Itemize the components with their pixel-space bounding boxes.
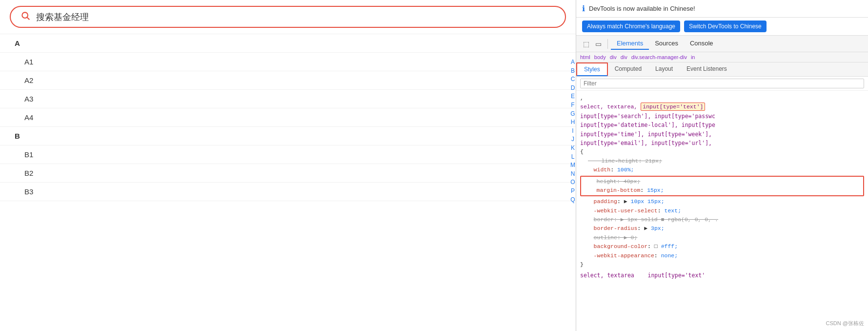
toolbar-separator xyxy=(607,39,608,49)
breadcrumb-body[interactable]: body xyxy=(594,54,606,60)
search-bar-container xyxy=(0,0,576,34)
devtools-breadcrumb: html body div div div.search-manager-div… xyxy=(576,52,868,62)
letter-A[interactable]: A xyxy=(571,59,575,66)
info-icon: ℹ xyxy=(582,4,585,13)
css-selector-2: input[type='search'], input[type='passwc xyxy=(580,112,864,121)
letter-K[interactable]: K xyxy=(571,145,575,152)
letter-N[interactable]: N xyxy=(571,170,575,178)
tab-layout[interactable]: Layout xyxy=(648,63,680,76)
css-selector-highlight: input[type='text'] xyxy=(641,103,705,111)
css-rule-webkit-appearance: -webkit-appearance: none; xyxy=(580,251,864,260)
letter-J[interactable]: J xyxy=(571,136,574,144)
css-selector-3: input[type='datetime-local'], input[type xyxy=(580,121,864,129)
css-rule-border-radius: border-radius: ▶ 3px; xyxy=(580,224,864,233)
tab-event-listeners[interactable]: Event Listeners xyxy=(680,63,734,76)
css-rule-user-select: -webkit-user-select: text; xyxy=(580,207,864,215)
devtools-actions: Always match Chrome's language Switch De… xyxy=(576,18,868,36)
css-rule-height: height: 40px; xyxy=(583,177,861,186)
watermark: CSDN @张栋佐 xyxy=(826,320,864,327)
letter-L[interactable]: L xyxy=(571,153,575,161)
language-button[interactable]: Always match Chrome's language xyxy=(582,21,680,32)
letter-D[interactable]: D xyxy=(571,84,575,92)
banner-text: DevTools is now available in Chinese! xyxy=(589,5,695,12)
styles-filter-row xyxy=(576,77,868,91)
letter-H[interactable]: H xyxy=(571,119,575,126)
styles-content: , select, textarea, input[type='text'] i… xyxy=(576,91,868,331)
letter-O[interactable]: O xyxy=(570,179,575,186)
list-section: A A1 A2 A3 A4 B B1 B2 B3 xyxy=(0,34,576,201)
left-panel: A A1 A2 A3 A4 B B1 B2 B3 xyxy=(0,0,576,331)
css-line-comma: , xyxy=(580,94,864,103)
devtools-banner: ℹ DevTools is now available in Chinese! xyxy=(576,0,868,18)
css-rule-line-height: line-height: 21px; xyxy=(580,157,864,166)
section-B2: B2 xyxy=(0,164,576,183)
tab-sources[interactable]: Sources xyxy=(649,38,684,50)
section-B3: B3 xyxy=(0,183,576,201)
section-A1: A1 xyxy=(0,53,576,71)
highlight-box-1: height: 40px; margin-bottom: 15px; xyxy=(580,176,864,197)
device-icon[interactable]: ▭ xyxy=(592,38,605,50)
letter-B[interactable]: B xyxy=(571,67,575,75)
letter-I[interactable]: I xyxy=(572,127,573,135)
letter-M[interactable]: M xyxy=(570,162,575,169)
breadcrumb-html[interactable]: html xyxy=(580,54,590,60)
breadcrumb-div2[interactable]: div xyxy=(621,54,627,60)
css-rule-margin-bottom: margin-bottom: 15px; xyxy=(583,186,861,195)
letter-P[interactable]: P xyxy=(571,187,575,195)
section-A2: A2 xyxy=(0,71,576,90)
inspect-icon[interactable]: ⬚ xyxy=(580,38,592,50)
letter-F[interactable]: F xyxy=(571,102,574,109)
letter-Q[interactable]: Q xyxy=(570,196,575,204)
devtools-panel: ℹ DevTools is now available in Chinese! … xyxy=(576,0,868,331)
devtools-styles-panel: Styles Computed Layout Event Listeners ,… xyxy=(576,62,868,331)
breadcrumb-div1[interactable]: div xyxy=(610,54,617,60)
css-bottom-selector: select, textarea input[type='text' xyxy=(580,271,864,280)
section-B: B xyxy=(0,127,576,145)
styles-filter-input[interactable] xyxy=(580,79,864,88)
css-rule-width: width: 100%; xyxy=(580,166,864,174)
devtools-toolbar: ⬚ ▭ Elements Sources Console xyxy=(576,36,868,52)
svg-point-0 xyxy=(22,12,28,18)
css-selector-row: select, textarea, input[type='text'] xyxy=(580,103,864,111)
styles-tabs-row: Styles Computed Layout Event Listeners xyxy=(576,62,868,77)
css-rule-border: border: ▶ 1px solid ■ rgba(0, 0, 0, . xyxy=(580,215,864,224)
css-rule-outline: outline: ▶ 0; xyxy=(580,233,864,242)
switch-button[interactable]: Switch DevTools to Chinese xyxy=(684,21,767,32)
css-open-brace: { xyxy=(580,147,864,156)
css-selector-5: input[type='email'], input[type='url'], xyxy=(580,139,864,147)
breadcrumb-div-search[interactable]: div.search-manager-div xyxy=(631,54,687,60)
css-rule-bg-color: background-color: □ #fff; xyxy=(580,242,864,251)
tab-styles[interactable]: Styles xyxy=(576,62,608,76)
section-B1: B1 xyxy=(0,145,576,164)
search-bar xyxy=(10,6,566,28)
breadcrumb-in[interactable]: in xyxy=(691,54,695,60)
section-A3: A3 xyxy=(0,90,576,108)
section-A4: A4 xyxy=(0,108,576,127)
css-close-brace: } xyxy=(580,260,864,269)
css-rule-padding: padding: ▶ 10px 15px; xyxy=(580,197,864,206)
search-icon xyxy=(20,11,30,23)
tab-computed[interactable]: Computed xyxy=(608,63,648,76)
search-input[interactable] xyxy=(36,12,555,22)
tab-console[interactable]: Console xyxy=(684,38,719,50)
letter-E[interactable]: E xyxy=(571,93,575,101)
alphabet-sidebar: A B C D E F G H I J K L M N O P Q xyxy=(570,59,575,204)
letter-C[interactable]: C xyxy=(571,76,575,83)
section-A: A xyxy=(0,34,576,53)
svg-line-1 xyxy=(27,18,30,20)
tab-elements[interactable]: Elements xyxy=(611,38,649,50)
css-selector-4: input[type='time'], input[type='week'], xyxy=(580,130,864,139)
letter-G[interactable]: G xyxy=(570,110,575,118)
